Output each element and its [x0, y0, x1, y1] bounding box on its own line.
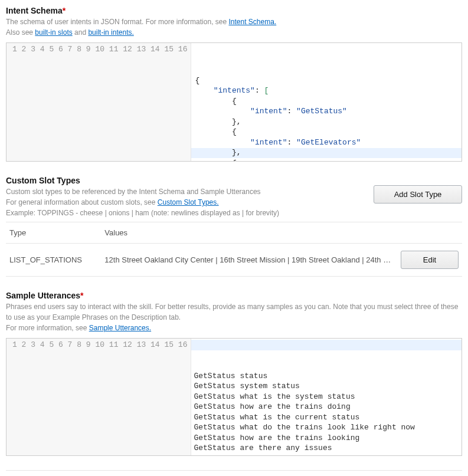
editor-body[interactable]: { "intents": [ { "intent": "GetStatus" }…: [191, 43, 462, 161]
intent-schema-section: Intent Schema* The schema of user intent…: [6, 6, 462, 162]
slot-types-table: Type Values LIST_OF_STATIONS 12th Street…: [6, 222, 462, 277]
intent-schema-desc: The schema of user intents in JSON forma…: [6, 17, 462, 38]
sample-utterances-section: Sample Utterances* Phrases end users say…: [6, 291, 462, 456]
edit-slot-button[interactable]: Edit: [401, 251, 459, 269]
editor-gutter: 1 2 3 4 5 6 7 8 9 10 11 12 13 14 15 16: [6, 43, 191, 161]
editor-gutter: 1 2 3 4 5 6 7 8 9 10 11 12 13 14 15 16: [6, 339, 191, 455]
col-type: Type: [6, 222, 101, 244]
sample-utterances-link[interactable]: Sample Utterances.: [89, 324, 151, 332]
table-row: LIST_OF_STATIONS 12th Street Oakland Cit…: [6, 244, 462, 277]
utterances-desc: Phrases end users say to interact with t…: [6, 301, 462, 333]
required-marker: *: [80, 291, 83, 300]
custom-slot-types-link[interactable]: Custom Slot Types.: [158, 198, 219, 206]
slot-type-values: 12th Street Oakland City Center | 16th S…: [101, 244, 397, 277]
slot-type-name: LIST_OF_STATIONS: [6, 244, 101, 277]
add-slot-type-button[interactable]: Add Slot Type: [374, 185, 462, 203]
intent-schema-title: Intent Schema*: [6, 6, 462, 15]
builtin-slots-link[interactable]: built-in slots: [35, 28, 72, 37]
editor-body[interactable]: GetStatus status GetStatus system status…: [191, 339, 462, 455]
custom-slot-desc: Custom slot types to be referenced by th…: [6, 186, 279, 218]
col-values: Values: [101, 222, 397, 244]
intent-schema-link[interactable]: Intent Schema.: [228, 18, 276, 26]
intent-schema-editor[interactable]: 1 2 3 4 5 6 7 8 9 10 11 12 13 14 15 16 {…: [6, 42, 462, 162]
required-marker: *: [63, 6, 66, 15]
utterances-title: Sample Utterances*: [6, 291, 462, 300]
utterances-editor[interactable]: 1 2 3 4 5 6 7 8 9 10 11 12 13 14 15 16 G…: [6, 338, 462, 456]
custom-slot-title: Custom Slot Types: [6, 176, 279, 185]
footer-bar: Save Submit for Certification Next: [6, 470, 462, 476]
builtin-intents-link[interactable]: built-in intents.: [88, 28, 133, 37]
custom-slot-section: Custom Slot Types Custom slot types to b…: [6, 176, 462, 277]
